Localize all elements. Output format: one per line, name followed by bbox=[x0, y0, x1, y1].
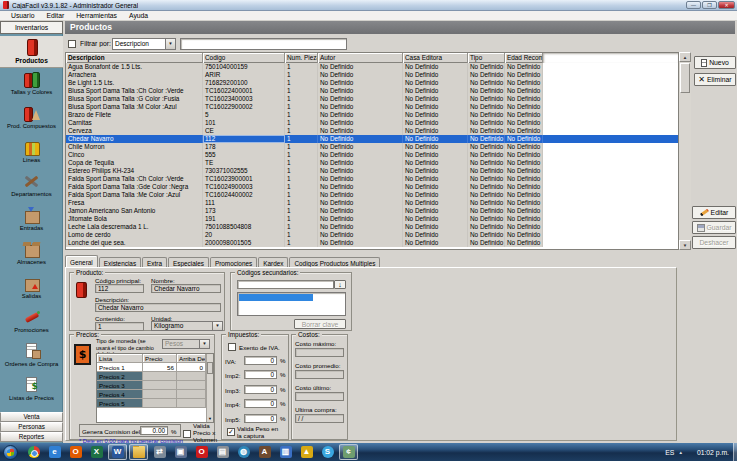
scrollbar-thumb[interactable] bbox=[680, 63, 690, 93]
contenido-field[interactable]: 1 bbox=[95, 322, 144, 331]
valida-peso-checkbox[interactable] bbox=[227, 428, 235, 436]
table-row[interactable]: Estereo Philips KH-234 730371002555 1 No… bbox=[66, 167, 678, 175]
exento-iva-checkbox[interactable] bbox=[228, 343, 236, 351]
selected-secondary-code[interactable] bbox=[239, 294, 313, 301]
unidad-select[interactable]: Kilogramo ▼ bbox=[151, 321, 223, 331]
table-row[interactable]: Leche Lala descremada 1 L. 7501088504808… bbox=[66, 223, 678, 231]
minimize-button[interactable]: — bbox=[686, 1, 701, 9]
sidebar-item[interactable]: Entradas bbox=[0, 204, 63, 238]
table-row[interactable]: Falda Sport Dama Talla :Me Color :Azul T… bbox=[66, 191, 678, 199]
tray-expand-icon[interactable]: ▲ bbox=[678, 450, 682, 455]
menu-item[interactable]: Usuario bbox=[5, 12, 40, 19]
scrollbar-thumb[interactable] bbox=[207, 362, 213, 374]
menu-item[interactable]: Ayuda bbox=[123, 12, 154, 19]
table-row[interactable]: Chile Morron 178 1 No Definido No Defini… bbox=[66, 143, 678, 151]
impuesto-field[interactable]: 0 bbox=[244, 385, 277, 394]
costo-input[interactable] bbox=[295, 370, 344, 379]
table-row[interactable]: Cinco 555 1 No Definido No Definido No D… bbox=[66, 151, 678, 159]
table-row[interactable]: Brazo de Filete 5 1 No Definido No Defin… bbox=[66, 111, 678, 119]
precio-row[interactable]: Precios 4 bbox=[97, 390, 213, 399]
arriba-cell[interactable] bbox=[177, 390, 206, 399]
precio-row[interactable]: Precios 1 56 0 bbox=[97, 363, 213, 372]
table-row[interactable]: Lonche del que sea. 2000098001505 1 No D… bbox=[66, 239, 678, 247]
sidebar-item[interactable]: Salidas bbox=[0, 272, 63, 306]
sidebar-section-tab-inventarios[interactable]: Inventarios bbox=[0, 21, 63, 34]
close-button[interactable]: ✕ bbox=[718, 1, 735, 9]
table-row[interactable]: Jitomate Bola 191 1 No Definido No Defin… bbox=[66, 215, 678, 223]
sidebar-item[interactable]: Promociones bbox=[0, 306, 63, 340]
table-row[interactable]: Falda Sport Dama Talla :Ch Color :Verde … bbox=[66, 175, 678, 183]
dark-app-icon[interactable]: A bbox=[255, 444, 274, 460]
filter-checkbox[interactable] bbox=[68, 40, 76, 48]
codigo-secundario-input[interactable] bbox=[237, 280, 334, 289]
column-header-autor[interactable]: Autor bbox=[318, 53, 403, 63]
table-row[interactable]: Copa de Tequila TE 1 No Definido No Defi… bbox=[66, 159, 678, 167]
earth-icon[interactable]: ◍ bbox=[234, 444, 253, 460]
table-row[interactable]: Falda Sport Dama Talla :Gde Color :Negra… bbox=[66, 183, 678, 191]
sidebar-item[interactable]: Almacenes bbox=[0, 238, 63, 272]
column-header-tipo[interactable]: Tipo bbox=[468, 53, 505, 63]
precio-cell[interactable] bbox=[143, 390, 177, 399]
arriba-cell[interactable] bbox=[177, 381, 206, 390]
arriba-cell[interactable]: 0 bbox=[177, 363, 206, 372]
table-row[interactable]: Carnitas 101 1 No Definido No Definido N… bbox=[66, 119, 678, 127]
cajafacil-app-icon[interactable]: ¢ bbox=[339, 444, 358, 460]
explorer-folder-icon[interactable] bbox=[129, 444, 148, 460]
table-scrollbar[interactable]: ▲ ▼ bbox=[679, 52, 691, 250]
filter-search-input[interactable] bbox=[180, 38, 347, 50]
sidebar-item[interactable]: Prod. Compuestos bbox=[0, 102, 63, 136]
table-row[interactable]: Arrachera ARIR 1 No Definido No Definido… bbox=[66, 71, 678, 79]
sidebar-item[interactable]: Listas de Precios bbox=[0, 374, 63, 408]
codigos-secundarios-list[interactable] bbox=[237, 292, 346, 316]
nuevo-button[interactable]: Nuevo bbox=[694, 56, 736, 69]
column-header-codigo[interactable]: Codigo bbox=[203, 53, 285, 63]
word-icon[interactable]: W bbox=[108, 444, 127, 460]
start-button[interactable] bbox=[3, 445, 18, 460]
chrome-icon[interactable] bbox=[24, 444, 43, 460]
table-row[interactable]: Lomo de cerdo 20 1 No Definido No Defini… bbox=[66, 231, 678, 239]
ie-icon[interactable]: e bbox=[45, 444, 64, 460]
precios-grid-scrollbar[interactable]: ▼ bbox=[206, 354, 213, 422]
table-row[interactable]: Agua Bonafont de 1.5 Lts. 750104000159 1… bbox=[66, 63, 678, 71]
table-row[interactable]: Blusa Sport Dama Talla :M Color :Azul TC… bbox=[66, 103, 678, 111]
chart-app-icon[interactable]: ▥ bbox=[276, 444, 295, 460]
alert-app-icon[interactable]: ▲ bbox=[297, 444, 316, 460]
menu-item[interactable]: Herramientas bbox=[70, 12, 123, 19]
chevron-down-icon[interactable]: ▼ bbox=[165, 39, 175, 49]
sidebar-section-button[interactable]: Personas bbox=[0, 422, 63, 432]
filter-field-select[interactable]: Descripcion ▼ bbox=[112, 38, 176, 50]
precio-cell[interactable] bbox=[143, 372, 177, 381]
descripcion-field[interactable]: Chedar Navarro bbox=[95, 303, 221, 312]
sidebar-section-button[interactable]: Venta bbox=[0, 412, 63, 422]
arriba-cell[interactable] bbox=[177, 372, 206, 381]
impuesto-field[interactable]: 0 bbox=[244, 414, 277, 423]
sidebar-item[interactable]: Productos bbox=[0, 36, 63, 68]
opera-icon[interactable]: O bbox=[192, 444, 211, 460]
guardar-button[interactable]: Guardar bbox=[692, 221, 736, 234]
language-indicator[interactable]: ES bbox=[665, 449, 674, 456]
grey-app-icon[interactable]: ▤ bbox=[213, 444, 232, 460]
menu-item[interactable]: Editar bbox=[40, 12, 70, 19]
comision-field[interactable]: 0.00 bbox=[140, 426, 168, 435]
precio-cell[interactable]: 56 bbox=[143, 363, 177, 372]
sidebar-item[interactable]: Tallas y Colores bbox=[0, 68, 63, 102]
table-row[interactable]: Jamon Americano San Antonio 173 1 No Def… bbox=[66, 207, 678, 215]
maximize-button[interactable]: ❐ bbox=[702, 1, 717, 9]
table-row[interactable]: Chedar Navarro 112 1 No Definido No Defi… bbox=[66, 135, 678, 143]
impuesto-field[interactable]: 0 bbox=[244, 399, 277, 408]
clock[interactable]: 01:02 p.m. bbox=[697, 449, 729, 456]
show-desktop-button[interactable] bbox=[733, 443, 737, 461]
column-header-num-piezas[interactable]: Num. Piezas bbox=[285, 53, 318, 63]
table-row[interactable]: Blusa Sport Dama Talla :Ch Color :Verde … bbox=[66, 87, 678, 95]
chevron-down-icon[interactable]: ▼ bbox=[212, 322, 222, 330]
precio-cell[interactable] bbox=[143, 381, 177, 390]
sidebar-section-button[interactable]: Reportes bbox=[0, 432, 63, 442]
excel-icon[interactable]: X bbox=[87, 444, 106, 460]
sidebar-item[interactable]: Departamentos bbox=[0, 170, 63, 204]
orange-app-icon[interactable]: O bbox=[66, 444, 85, 460]
table-row[interactable]: Fresa 111 1 No Definido No Definido No D… bbox=[66, 199, 678, 207]
scroll-up-icon[interactable]: ▲ bbox=[679, 52, 691, 62]
costo-input[interactable] bbox=[295, 392, 344, 401]
precio-row[interactable]: Precios 5 bbox=[97, 399, 213, 408]
deshacer-button[interactable]: Deshacer bbox=[692, 236, 736, 249]
